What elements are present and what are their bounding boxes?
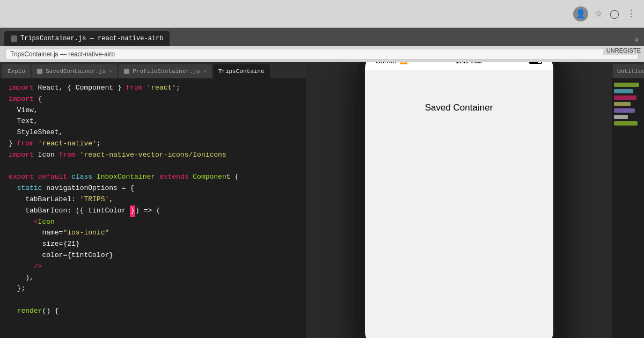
code-line-blank-2 [0, 295, 306, 306]
status-right [529, 62, 542, 64]
tabbar-label-line: tabBarLabel: [9, 194, 80, 205]
new-tab-button[interactable]: + [634, 35, 640, 46]
code-view: View, [9, 105, 38, 116]
phone-status-bar: Carrier 📶 1:47 AM [365, 62, 553, 70]
editor-tab-saved[interactable]: SavedContainer.js ✕ [32, 64, 118, 78]
saved-tab-close[interactable]: ✕ [109, 68, 112, 75]
brace-close: } [9, 138, 17, 150]
editor-tab-profile-label: ProfileContainer.js [133, 68, 200, 75]
browser-toolbar: 👤 ☆ ◯ ⋮ [0, 0, 644, 28]
saved-tab-icon [37, 69, 42, 74]
close-brace-semi: }; [9, 283, 25, 295]
attr-val-name: "ios-ionic" [63, 227, 109, 239]
right-code-line-3 [614, 95, 636, 100]
attr-color: color= [9, 250, 67, 261]
jsx-icon-open: < [9, 217, 38, 228]
battery-icon [529, 62, 542, 64]
close-paren-comma: ), [9, 273, 34, 284]
code-line-5: StyleSheet, [0, 127, 306, 138]
code-line-17: /> [0, 261, 306, 273]
editor-tab-profile[interactable]: ProfileContainer.js ✕ [119, 64, 211, 78]
attr-name: name= [9, 227, 63, 239]
main-content-area: Explo SavedContainer.js ✕ ProfileContain… [0, 62, 644, 338]
class-name: InboxContainer [97, 172, 159, 183]
attr-val-color: {tintColor} [67, 250, 113, 261]
string-react: 'react' [147, 83, 176, 94]
status-time: 1:47 AM [456, 62, 482, 65]
phone-device: Carrier 📶 1:47 AM Saved Container [358, 62, 560, 338]
right-code-line-6 [614, 115, 628, 119]
phone-screen: Carrier 📶 1:47 AM Saved Container [365, 62, 553, 338]
phone-app-content: Saved Container [365, 70, 553, 338]
bookmark-button[interactable]: ☆ [592, 6, 604, 21]
profile-tab-close[interactable]: ✕ [203, 68, 207, 75]
arrow-fn: ) => ( [135, 205, 160, 217]
code-text-comp: Text, [9, 116, 38, 127]
keyword-from-3: from [59, 150, 80, 161]
code-editor: Explo SavedContainer.js ✕ ProfileContain… [0, 62, 306, 338]
attr-val-size: {21} [63, 239, 79, 250]
editor-tab-trips-label: TripsContaine [218, 68, 265, 75]
string-vector-icons: 'react-native-vector-icons/Ionicons [80, 150, 226, 161]
profile-tab-icon [124, 69, 129, 74]
right-code-line-1 [614, 83, 639, 87]
unregistered-label: UNREGISTE [603, 46, 644, 55]
user-avatar-icon[interactable]: 👤 [573, 6, 588, 21]
comma-1: , [109, 194, 113, 205]
url-bar-area: TripsContainer.js — react-native-airb [0, 46, 644, 62]
nav-options: navigationOptions = { [46, 183, 134, 194]
string-react-native: 'react-native' [38, 138, 97, 150]
code-line-11: tabBarLabel: 'TRIPS' , [0, 194, 306, 205]
cursor-paren: } [130, 205, 135, 217]
right-code-line-2 [614, 89, 633, 93]
keyword-import-1: import [9, 83, 38, 94]
code-content: import React, { Component } from 'react'… [0, 78, 306, 338]
browser-tab-active[interactable]: TripsContainer.js — react-native-airb [4, 31, 170, 46]
right-code-line-5 [614, 108, 635, 113]
render-fn [9, 306, 17, 317]
tab-file-icon [11, 35, 17, 42]
keyword-extends: extends [159, 172, 193, 183]
semicolon-2: ; [97, 138, 101, 150]
code-react-import: React, { Component } [38, 83, 126, 94]
editor-tab-bar: Explo SavedContainer.js ✕ ProfileContain… [0, 62, 306, 78]
render-parens: () { [42, 306, 58, 317]
code-line-16: color= {tintColor} [0, 250, 306, 261]
code-line-4: Text, [0, 116, 306, 127]
right-tab-label: Untitled [617, 68, 644, 75]
class-component: Componen [193, 172, 226, 183]
status-left: Carrier 📶 [376, 62, 408, 65]
code-line-13: < Icon [0, 217, 306, 228]
keyword-import-2: import [9, 94, 38, 105]
right-panel: Untitled [612, 62, 644, 338]
browser-action-buttons: ☆ ◯ ⋮ [592, 6, 638, 21]
right-code-line-4 [614, 102, 631, 106]
carrier-label: Carrier [376, 62, 397, 65]
code-line-14: name= "ios-ionic" [0, 227, 306, 239]
right-tab-untitled[interactable]: Untitled [613, 64, 644, 78]
url-input[interactable]: TripsContainer.js — react-native-airb [5, 49, 639, 60]
code-line-7: import Icon from 'react-native-vector-ic… [0, 150, 306, 161]
keyword-import-3: import [9, 150, 38, 161]
brace-open: { [38, 94, 42, 105]
code-line-blank [0, 161, 306, 172]
tabbar-icon-line: tabBarIcon: ({ tintColor [9, 205, 130, 217]
jsx-icon-name: Icon [38, 217, 55, 228]
opera-button[interactable]: ◯ [608, 6, 621, 21]
code-line-21: render () { [0, 306, 306, 317]
editor-tab-explore[interactable]: Explo [2, 64, 31, 78]
editor-tab-trips[interactable]: TripsContaine [213, 64, 270, 78]
keyword-static: static [17, 183, 47, 194]
code-line-10: static navigationOptions = { [0, 183, 306, 194]
code-line-18: ), [0, 273, 306, 284]
browser-window: 👤 ☆ ◯ ⋮ TripsContainer.js — react-native… [0, 0, 644, 338]
code-line-9: export default class InboxContainer exte… [0, 172, 306, 183]
simulator-area: Carrier 📶 1:47 AM Saved Container [306, 62, 612, 338]
keyword-export: export default [9, 172, 71, 183]
code-line-15: size= {21} [0, 239, 306, 250]
attr-size: size= [9, 239, 63, 250]
code-line-6: } from 'react-native' ; [0, 138, 306, 150]
code-stylesheet: StyleSheet, [9, 127, 63, 138]
menu-button[interactable]: ⋮ [625, 6, 638, 21]
right-code-line-7 [614, 121, 638, 126]
